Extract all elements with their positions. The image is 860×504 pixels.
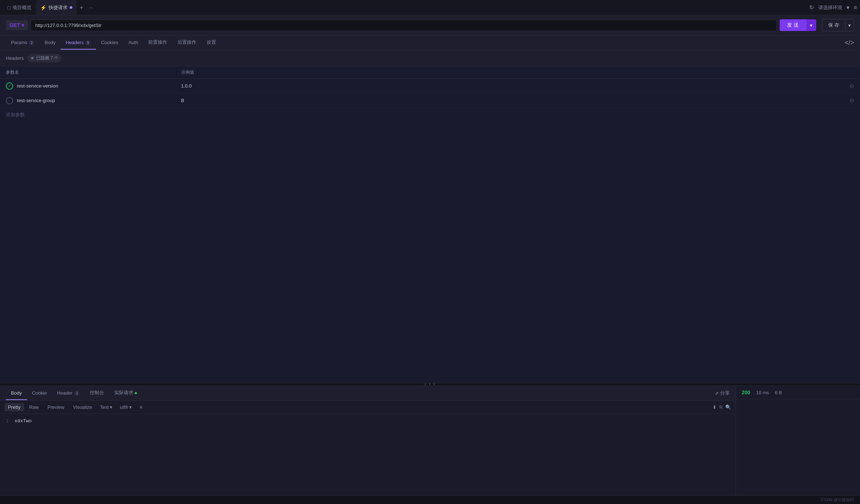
resp-header-badge: 3 bbox=[74, 391, 80, 396]
save-btn-group: 保 存 ▾ bbox=[822, 19, 854, 31]
tab-headers[interactable]: Headers9 bbox=[61, 36, 96, 50]
footer-label: CSDN @小道仙97 bbox=[821, 497, 854, 502]
upper-section: GET ▾ 发 送 ▾ 保 存 ▾ Params2 Body Headers9 … bbox=[0, 15, 860, 383]
headers-section: Headers 👁 已隐藏 7 个 bbox=[0, 50, 860, 66]
fmt-actions: ⬇ ⎘ 🔍 bbox=[713, 404, 731, 410]
download-icon[interactable]: ⬇ bbox=[713, 404, 717, 410]
text-type-dropdown[interactable]: Text ▾ bbox=[97, 403, 115, 411]
fmt-preview[interactable]: Preview bbox=[44, 403, 68, 411]
response-size: 6 B bbox=[775, 390, 782, 395]
tab-auth[interactable]: Auth bbox=[123, 36, 143, 50]
row-delete-2[interactable]: ⊖ bbox=[849, 97, 854, 104]
share-icon: ⇗ bbox=[715, 391, 719, 396]
response-time: 10 ms bbox=[756, 390, 769, 395]
send-dropdown-button[interactable]: ▾ bbox=[806, 19, 816, 31]
send-btn-group: 发 送 ▾ bbox=[780, 19, 816, 31]
method-label: GET bbox=[9, 22, 20, 28]
topbar-actions: ↻ 请选择环境 ▾ ≡ bbox=[809, 4, 857, 11]
fmt-pretty[interactable]: Pretty bbox=[4, 403, 24, 411]
tab-body[interactable]: Body bbox=[39, 36, 61, 50]
resize-divider[interactable]: • • • bbox=[0, 383, 860, 386]
resp-tab-body[interactable]: Body bbox=[6, 387, 27, 400]
send-button[interactable]: 发 送 bbox=[780, 19, 806, 31]
tab-cookies[interactable]: Cookies bbox=[96, 36, 123, 50]
row-name-2: rest-service-group bbox=[17, 98, 181, 103]
response-left-panel: Body Cookie Header3 控制台 实际请求 ⇗ 分享 bbox=[0, 386, 736, 495]
save-button[interactable]: 保 存 bbox=[822, 19, 845, 31]
code-view-icon[interactable]: </> bbox=[845, 39, 854, 47]
tab-project-label: 项目概览 bbox=[12, 4, 31, 11]
text-type-label: Text ▾ bbox=[100, 404, 112, 410]
hidden-count-label: 已隐藏 7 个 bbox=[36, 55, 58, 61]
url-input[interactable] bbox=[31, 20, 777, 31]
env-selector[interactable]: 请选择环境 bbox=[818, 4, 842, 11]
add-param-button[interactable]: 添加参数 bbox=[0, 108, 860, 122]
table-header: 参数名 示例值 bbox=[0, 66, 860, 79]
row-value-2: B bbox=[181, 98, 849, 103]
footer: CSDN @小道仙97 bbox=[0, 495, 860, 504]
new-tab-button[interactable]: + bbox=[77, 3, 86, 12]
headers-section-label: Headers bbox=[6, 55, 24, 61]
response-body: 1xdxTwo bbox=[0, 414, 736, 495]
params-badge: 2 bbox=[29, 40, 35, 45]
fmt-raw[interactable]: Raw bbox=[26, 403, 42, 411]
response-right-panel: 200 10 ms 6 B bbox=[736, 386, 860, 495]
headers-badge: 9 bbox=[85, 40, 91, 45]
search-icon[interactable]: 🔍 bbox=[725, 404, 731, 410]
url-bar: GET ▾ 发 送 ▾ 保 存 ▾ bbox=[0, 15, 860, 35]
status-bar: 200 10 ms 6 B bbox=[736, 386, 860, 399]
resp-tab-console[interactable]: 控制台 bbox=[85, 386, 109, 400]
col-name-header: 参数名 bbox=[6, 69, 181, 75]
row-name-1: rest-service-version bbox=[17, 83, 181, 89]
resp-tab-actual-request[interactable]: 实际请求 bbox=[109, 386, 142, 400]
table-row: rest-service-group B ⊖ bbox=[0, 93, 860, 108]
response-area: Body Cookie Header3 控制台 实际请求 ⇗ 分享 bbox=[0, 386, 860, 495]
format-tabs: Pretty Raw Preview Visualize Text ▾ utf8… bbox=[0, 401, 736, 414]
table-row: rest-service-version 1.0.0 ⊖ bbox=[0, 79, 860, 93]
row-value-1: 1.0.0 bbox=[181, 83, 849, 89]
tab-post-script[interactable]: 后置操作 bbox=[172, 35, 201, 50]
save-dropdown-button[interactable]: ▾ bbox=[845, 19, 854, 31]
tab-project[interactable]: □ 项目概览 bbox=[3, 0, 36, 15]
encoding-dropdown[interactable]: utf8 ▾ bbox=[117, 403, 135, 411]
method-dropdown-icon: ▾ bbox=[22, 22, 24, 28]
eye-icon: 👁 bbox=[30, 56, 35, 61]
refresh-icon[interactable]: ↻ bbox=[809, 4, 814, 11]
share-button[interactable]: ⇗ 分享 bbox=[715, 390, 730, 396]
response-content: xdxTwo bbox=[15, 418, 32, 424]
request-tabs: Params2 Body Headers9 Cookies Auth 前置操作 … bbox=[0, 35, 860, 50]
menu-icon[interactable]: ≡ bbox=[854, 4, 857, 11]
tab-more-button[interactable]: ··· bbox=[86, 3, 96, 12]
fmt-align[interactable]: ≡ bbox=[136, 403, 146, 411]
line-number-1: 1 bbox=[6, 418, 9, 424]
share-label: 分享 bbox=[720, 390, 730, 396]
lightning-icon: ⚡ bbox=[40, 5, 46, 11]
fmt-visualize[interactable]: Visualize bbox=[69, 403, 96, 411]
main-layout: GET ▾ 发 送 ▾ 保 存 ▾ Params2 Body Headers9 … bbox=[0, 15, 860, 504]
resp-tab-right: ⇗ 分享 bbox=[715, 390, 730, 396]
row-checkbox-1[interactable] bbox=[6, 82, 13, 90]
actual-request-dot bbox=[135, 392, 137, 394]
status-code: 200 bbox=[742, 389, 750, 395]
resp-tab-header[interactable]: Header3 bbox=[52, 387, 85, 400]
col-value-header: 示例值 bbox=[181, 69, 854, 75]
tab-request[interactable]: ⚡ 快捷请求 bbox=[36, 0, 77, 15]
copy-icon[interactable]: ⎘ bbox=[719, 404, 722, 410]
tab-pre-script[interactable]: 前置操作 bbox=[143, 35, 172, 50]
response-tabs: Body Cookie Header3 控制台 实际请求 ⇗ 分享 bbox=[0, 386, 736, 401]
tab-request-label: 快捷请求 bbox=[49, 4, 68, 11]
row-checkbox-2[interactable] bbox=[6, 97, 13, 104]
project-icon: □ bbox=[7, 5, 10, 11]
resp-tab-cookie[interactable]: Cookie bbox=[27, 387, 52, 400]
hidden-headers-badge[interactable]: 👁 已隐藏 7 个 bbox=[27, 54, 61, 62]
row-delete-1[interactable]: ⊖ bbox=[849, 82, 854, 89]
chevron-down-icon[interactable]: ▾ bbox=[846, 4, 849, 11]
tab-bar: □ 项目概览 ⚡ 快捷请求 + ··· ↻ 请选择环境 ▾ ≡ bbox=[0, 0, 860, 15]
method-selector[interactable]: GET ▾ bbox=[6, 20, 28, 30]
tab-settings[interactable]: 设置 bbox=[201, 35, 221, 50]
tab-params[interactable]: Params2 bbox=[6, 36, 39, 50]
unsaved-dot bbox=[70, 6, 72, 9]
encoding-label: utf8 ▾ bbox=[120, 404, 132, 410]
